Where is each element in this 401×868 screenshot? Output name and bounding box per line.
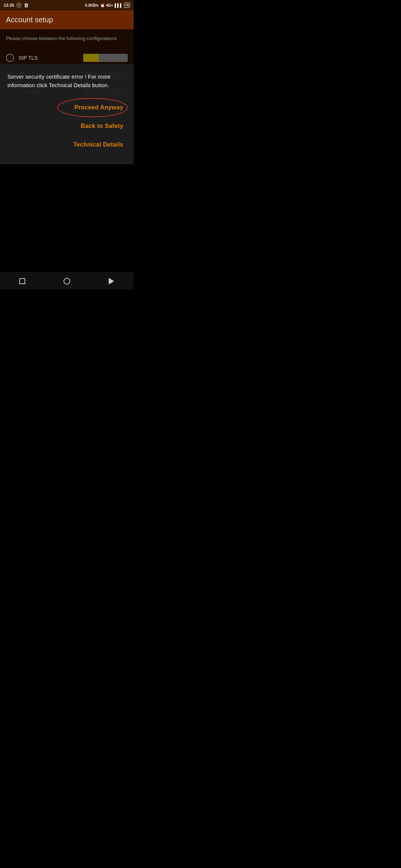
battery-indicator: 78 [124,3,130,8]
sip-tls-status [83,54,128,62]
time-display: 13:25 [4,3,14,7]
bottom-nav [0,272,134,289]
sip-tls-label: SIP TLS [19,55,38,61]
config-subtitle: Please choose between the following conf… [6,35,128,42]
recent-apps-button[interactable] [15,274,30,289]
home-icon [63,278,70,285]
status-bar: 13:25 ✕ 🗑 0.2KB/s ⏰ 4G+ ▌▌▌ 78 [0,0,134,10]
proceed-btn-wrapper: Proceed Anyway [7,98,126,117]
trash-icon: 🗑 [24,3,29,8]
home-button[interactable] [59,274,74,289]
notification-icon: ✕ [16,3,22,8]
back-button[interactable] [104,274,119,289]
security-dialog: Server security certificate error ! For … [0,64,134,164]
technical-details-button[interactable]: Technical Details [7,135,126,154]
status-bar-left: 13:25 ✕ 🗑 [4,3,29,8]
sip-tls-left: SIP TLS [6,54,38,62]
signal-icon: ▌▌▌ [115,3,123,7]
dialog-message: Server security certificate error ! For … [7,73,126,89]
page-title: Account setup [6,16,53,24]
sip-tls-radio[interactable] [6,54,14,62]
alarm-icon: ⏰ [100,3,105,7]
recent-apps-icon [19,278,25,284]
app-header: Account setup [0,10,134,29]
status-bar-right: 0.2KB/s ⏰ 4G+ ▌▌▌ 78 [85,3,130,8]
proceed-anyway-button[interactable]: Proceed Anyway [7,98,126,117]
back-icon [109,278,114,285]
dialog-buttons: Proceed Anyway Back to Safety Technical … [7,98,126,154]
network-type: 4G+ [106,3,113,7]
back-to-safety-button[interactable]: Back to Safety [7,117,126,135]
network-speed: 0.2KB/s [85,3,99,7]
